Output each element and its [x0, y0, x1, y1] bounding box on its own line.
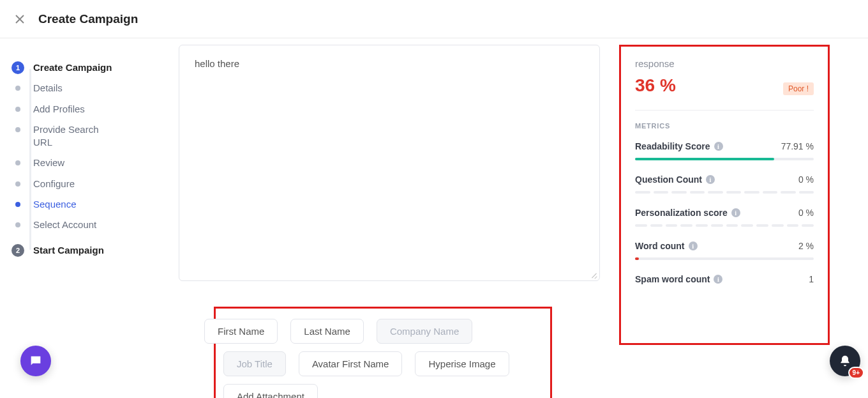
metric-name: Readability Score i — [635, 141, 723, 151]
metric-name-text: Spam word count — [635, 274, 710, 284]
metric-name: Word count i — [635, 241, 698, 251]
substep-label: Sequence — [33, 198, 77, 211]
chip-last-name[interactable]: Last Name — [290, 319, 364, 344]
segment-track — [635, 191, 814, 194]
metrics-heading: METRICS — [635, 122, 814, 130]
metric-spam-word-count: Spam word count i 1 — [635, 274, 814, 284]
stepper-sidebar: 1 Create Campaign Details Add Profiles P… — [0, 38, 172, 398]
step-dot — [15, 202, 20, 207]
chip-hyperise-image[interactable]: Hyperise Image — [415, 351, 509, 376]
response-badge: Poor ! — [783, 82, 814, 95]
substep-label: Review — [33, 157, 64, 169]
divider — [635, 110, 814, 111]
chat-fab[interactable] — [20, 346, 51, 376]
step-label: Create Campaign — [33, 61, 112, 74]
step-dot — [15, 181, 20, 187]
progress-track — [635, 257, 814, 260]
page-title: Create Campaign — [38, 12, 138, 26]
metric-question-count: Question Count i 0 % — [635, 174, 814, 194]
chip-company-name: Company Name — [377, 319, 472, 344]
notifications-badge: 9+ — [848, 367, 864, 379]
step-start-campaign[interactable]: 2 Start Campaign — [11, 240, 166, 261]
response-label: response — [635, 58, 814, 69]
metric-name: Spam word count i — [635, 274, 722, 284]
chip-add-attachment[interactable]: Add Attachment — [223, 384, 318, 398]
substep-label: Select Account — [33, 218, 96, 231]
info-icon[interactable]: i — [689, 241, 698, 250]
metric-value: 0 % — [798, 208, 814, 218]
metric-name-text: Readability Score — [635, 141, 710, 151]
message-editor[interactable] — [179, 45, 599, 280]
metric-value: 2 % — [798, 241, 814, 251]
metric-personalization: Personalization score i 0 % — [635, 208, 814, 227]
metric-name-text: Question Count — [635, 174, 702, 185]
metric-name: Personalization score i — [635, 208, 740, 218]
substep-label: Configure — [33, 178, 75, 190]
chat-icon — [29, 354, 43, 368]
info-icon[interactable]: i — [706, 175, 715, 184]
step-dot — [15, 222, 20, 227]
metric-value: 1 — [809, 274, 814, 284]
chip-avatar-first-name[interactable]: Avatar First Name — [299, 351, 403, 376]
metric-value: 0 % — [798, 174, 814, 185]
chip-job-title: Job Title — [223, 351, 286, 376]
chip-first-name[interactable]: First Name — [204, 319, 278, 344]
analysis-panel: response 36 % Poor ! METRICS Readability… — [619, 45, 830, 345]
metric-name: Question Count i — [635, 174, 715, 185]
page-header: Create Campaign — [0, 0, 868, 38]
step-dot — [15, 86, 20, 91]
bell-icon — [839, 355, 851, 367]
progress-track — [635, 158, 814, 160]
metric-readability: Readability Score i 77.91 % — [635, 141, 814, 160]
metric-name-text: Word count — [635, 241, 685, 251]
notifications-fab[interactable]: 9+ — [830, 346, 860, 376]
merge-tags-box: First Name Last Name Company Name Job Ti… — [214, 307, 552, 398]
message-editor-wrap — [179, 45, 600, 281]
info-icon[interactable]: i — [731, 208, 740, 217]
substep-provide-search-url[interactable]: Provide Search URL — [11, 119, 166, 153]
segment-track — [635, 224, 814, 227]
metric-name-text: Personalization score — [635, 208, 728, 218]
step-dot — [15, 107, 20, 112]
substep-select-account[interactable]: Select Account — [11, 215, 166, 235]
metric-word-count: Word count i 2 % — [635, 241, 814, 260]
response-value: 36 % — [635, 75, 676, 96]
progress-fill — [635, 257, 639, 260]
substep-configure[interactable]: Configure — [11, 174, 166, 194]
progress-fill — [635, 158, 774, 160]
substep-sequence[interactable]: Sequence — [11, 194, 166, 215]
step-number-1: 1 — [11, 61, 24, 74]
step-label: Start Campaign — [33, 244, 104, 257]
close-icon — [15, 14, 25, 24]
metric-value: 77.91 % — [781, 141, 814, 151]
substep-review[interactable]: Review — [11, 153, 166, 173]
info-icon[interactable]: i — [714, 275, 722, 284]
step-dot — [15, 127, 20, 132]
info-icon[interactable]: i — [714, 142, 723, 151]
substep-details[interactable]: Details — [11, 78, 166, 98]
substep-label: Provide Search URL — [33, 123, 110, 149]
substep-add-profiles[interactable]: Add Profiles — [11, 99, 166, 119]
step-dot — [15, 160, 20, 165]
step-number-2: 2 — [11, 244, 24, 257]
step-create-campaign[interactable]: 1 Create Campaign — [11, 57, 166, 78]
substep-label: Details — [33, 82, 63, 95]
close-button[interactable] — [13, 12, 27, 26]
substep-label: Add Profiles — [33, 103, 85, 116]
